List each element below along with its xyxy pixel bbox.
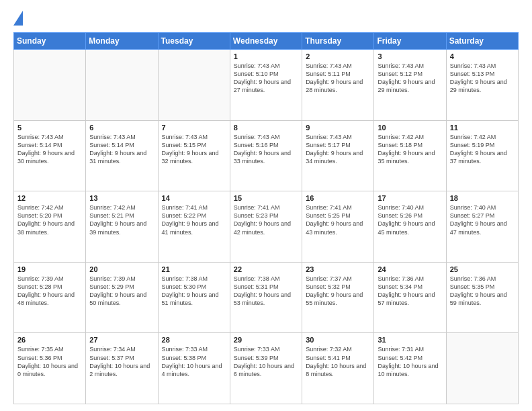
day-number: 30 [306,336,370,344]
day-number: 15 [234,194,298,202]
weekday-header-saturday: Saturday [446,33,518,50]
day-cell: 29Sunrise: 7:33 AM Sunset: 5:39 PM Dayli… [230,333,302,404]
day-cell: 7Sunrise: 7:43 AM Sunset: 5:15 PM Daylig… [158,120,230,191]
day-cell: 12Sunrise: 7:42 AM Sunset: 5:20 PM Dayli… [14,191,86,263]
day-info: Sunrise: 7:43 AM Sunset: 5:14 PM Dayligh… [17,133,82,166]
day-info: Sunrise: 7:42 AM Sunset: 5:21 PM Dayligh… [89,203,154,236]
day-info: Sunrise: 7:42 AM Sunset: 5:20 PM Dayligh… [17,203,82,236]
day-info: Sunrise: 7:35 AM Sunset: 5:36 PM Dayligh… [17,345,82,378]
day-cell: 22Sunrise: 7:38 AM Sunset: 5:31 PM Dayli… [230,262,302,333]
day-info: Sunrise: 7:39 AM Sunset: 5:29 PM Dayligh… [89,275,154,308]
day-cell: 9Sunrise: 7:43 AM Sunset: 5:17 PM Daylig… [302,120,374,191]
day-cell: 10Sunrise: 7:42 AM Sunset: 5:18 PM Dayli… [374,120,446,191]
day-number: 10 [378,124,442,132]
day-info: Sunrise: 7:43 AM Sunset: 5:15 PM Dayligh… [162,133,226,166]
day-number: 16 [306,194,370,202]
day-info: Sunrise: 7:43 AM Sunset: 5:16 PM Dayligh… [234,133,298,166]
day-cell: 20Sunrise: 7:39 AM Sunset: 5:29 PM Dayli… [86,262,158,333]
day-info: Sunrise: 7:43 AM Sunset: 5:17 PM Dayligh… [306,133,370,166]
day-cell: 23Sunrise: 7:37 AM Sunset: 5:32 PM Dayli… [302,262,374,333]
day-info: Sunrise: 7:42 AM Sunset: 5:19 PM Dayligh… [450,133,515,166]
weekday-header-friday: Friday [374,33,446,50]
day-number: 22 [234,265,298,273]
day-cell [446,333,518,404]
day-info: Sunrise: 7:36 AM Sunset: 5:35 PM Dayligh… [450,275,515,308]
day-info: Sunrise: 7:33 AM Sunset: 5:38 PM Dayligh… [162,345,226,378]
day-cell: 27Sunrise: 7:34 AM Sunset: 5:37 PM Dayli… [86,333,158,404]
day-cell: 2Sunrise: 7:43 AM Sunset: 5:11 PM Daylig… [302,50,374,121]
weekday-header-wednesday: Wednesday [230,33,302,50]
day-info: Sunrise: 7:41 AM Sunset: 5:22 PM Dayligh… [162,203,226,236]
weekday-header-row: SundayMondayTuesdayWednesdayThursdayFrid… [14,33,519,50]
day-number: 8 [234,124,298,132]
day-number: 3 [378,52,442,60]
day-info: Sunrise: 7:38 AM Sunset: 5:30 PM Dayligh… [162,275,226,308]
weekday-header-tuesday: Tuesday [158,33,230,50]
day-number: 24 [378,265,442,273]
day-info: Sunrise: 7:39 AM Sunset: 5:28 PM Dayligh… [17,275,82,308]
day-info: Sunrise: 7:43 AM Sunset: 5:12 PM Dayligh… [378,62,442,95]
day-number: 9 [306,124,370,132]
day-cell: 24Sunrise: 7:36 AM Sunset: 5:34 PM Dayli… [374,262,446,333]
day-info: Sunrise: 7:41 AM Sunset: 5:25 PM Dayligh… [306,203,370,236]
day-number: 14 [162,194,226,202]
day-number: 25 [450,265,515,273]
day-info: Sunrise: 7:32 AM Sunset: 5:41 PM Dayligh… [306,345,370,378]
day-info: Sunrise: 7:38 AM Sunset: 5:31 PM Dayligh… [234,275,298,308]
weekday-header-monday: Monday [86,33,158,50]
day-cell: 26Sunrise: 7:35 AM Sunset: 5:36 PM Dayli… [14,333,86,404]
logo [13,11,26,26]
day-cell: 3Sunrise: 7:43 AM Sunset: 5:12 PM Daylig… [374,50,446,121]
day-number: 12 [17,194,82,202]
day-number: 31 [378,336,442,344]
week-row-0: 1Sunrise: 7:43 AM Sunset: 5:10 PM Daylig… [14,50,519,121]
day-number: 4 [450,52,515,60]
day-number: 26 [17,336,82,344]
day-number: 13 [89,194,154,202]
week-row-2: 12Sunrise: 7:42 AM Sunset: 5:20 PM Dayli… [14,191,519,263]
day-cell: 15Sunrise: 7:41 AM Sunset: 5:23 PM Dayli… [230,191,302,263]
day-cell: 18Sunrise: 7:40 AM Sunset: 5:27 PM Dayli… [446,191,518,263]
day-cell: 6Sunrise: 7:43 AM Sunset: 5:14 PM Daylig… [86,120,158,191]
day-number: 29 [234,336,298,344]
day-cell [158,50,230,121]
day-cell: 8Sunrise: 7:43 AM Sunset: 5:16 PM Daylig… [230,120,302,191]
day-info: Sunrise: 7:34 AM Sunset: 5:37 PM Dayligh… [89,345,154,378]
logo-icon [13,11,23,26]
day-info: Sunrise: 7:41 AM Sunset: 5:23 PM Dayligh… [234,203,298,236]
day-number: 5 [17,124,82,132]
day-number: 20 [89,265,154,273]
day-number: 27 [89,336,154,344]
week-row-4: 26Sunrise: 7:35 AM Sunset: 5:36 PM Dayli… [14,333,519,404]
day-cell [14,50,86,121]
day-number: 7 [162,124,226,132]
day-number: 21 [162,265,226,273]
day-number: 23 [306,265,370,273]
day-info: Sunrise: 7:43 AM Sunset: 5:14 PM Dayligh… [89,133,154,166]
day-cell: 13Sunrise: 7:42 AM Sunset: 5:21 PM Dayli… [86,191,158,263]
day-cell: 5Sunrise: 7:43 AM Sunset: 5:14 PM Daylig… [14,120,86,191]
day-cell: 16Sunrise: 7:41 AM Sunset: 5:25 PM Dayli… [302,191,374,263]
day-info: Sunrise: 7:40 AM Sunset: 5:26 PM Dayligh… [378,203,442,236]
day-cell: 17Sunrise: 7:40 AM Sunset: 5:26 PM Dayli… [374,191,446,263]
header [13,11,519,26]
weekday-header-thursday: Thursday [302,33,374,50]
calendar-table: SundayMondayTuesdayWednesdayThursdayFrid… [13,32,519,404]
day-info: Sunrise: 7:37 AM Sunset: 5:32 PM Dayligh… [306,275,370,308]
day-cell: 4Sunrise: 7:43 AM Sunset: 5:13 PM Daylig… [446,50,518,121]
day-number: 6 [89,124,154,132]
day-info: Sunrise: 7:31 AM Sunset: 5:42 PM Dayligh… [378,345,442,378]
day-info: Sunrise: 7:43 AM Sunset: 5:10 PM Dayligh… [234,62,298,95]
weekday-header-sunday: Sunday [14,33,86,50]
day-info: Sunrise: 7:36 AM Sunset: 5:34 PM Dayligh… [378,275,442,308]
day-cell: 1Sunrise: 7:43 AM Sunset: 5:10 PM Daylig… [230,50,302,121]
day-number: 18 [450,194,515,202]
day-info: Sunrise: 7:43 AM Sunset: 5:11 PM Dayligh… [306,62,370,95]
day-number: 17 [378,194,442,202]
day-info: Sunrise: 7:33 AM Sunset: 5:39 PM Dayligh… [234,345,298,378]
day-cell: 21Sunrise: 7:38 AM Sunset: 5:30 PM Dayli… [158,262,230,333]
day-number: 2 [306,52,370,60]
day-cell: 25Sunrise: 7:36 AM Sunset: 5:35 PM Dayli… [446,262,518,333]
day-cell [86,50,158,121]
day-info: Sunrise: 7:40 AM Sunset: 5:27 PM Dayligh… [450,203,515,236]
